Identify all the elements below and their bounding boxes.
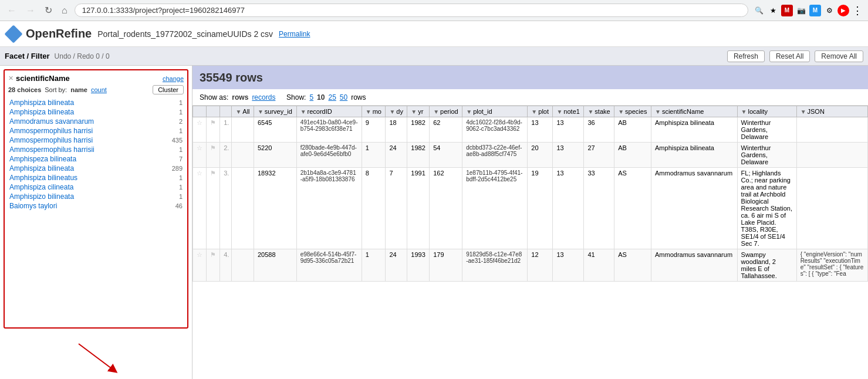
facet-item-name: Amphispiza bilineata [9, 164, 170, 172]
col-dropdown-icon[interactable]: ▼ [655, 109, 661, 115]
facet-list-item[interactable]: Ammospermophilus harrisi1 [8, 126, 184, 136]
back-button[interactable]: ← [5, 4, 19, 17]
species-cell: AS [614, 168, 651, 249]
table-row: ☆ ⚑ 1. 6545 491ec41b-0a80-4ce9-b754-2983… [193, 117, 868, 143]
facet-list-item[interactable]: Ammodramus savannarum2 [8, 117, 184, 126]
facet-list-item[interactable]: Ammospermophilus harrisi435 [8, 136, 184, 145]
col-header-species[interactable]: ▼species [614, 106, 651, 117]
record-id-cell: 2b1b4a8a-c3e9-4781-a5f9-18b081383876 [296, 168, 362, 249]
show-5[interactable]: 5 [309, 93, 313, 101]
col-dropdown-icon[interactable]: ▼ [741, 109, 747, 115]
all-cell [232, 249, 254, 282]
facet-change-link[interactable]: change [163, 75, 184, 82]
facet-list-item[interactable]: Amphispiza bilineatus1 [8, 173, 184, 182]
col-header-json[interactable]: ▼JSON [796, 106, 867, 117]
col-header-yr[interactable]: ▼yr [407, 106, 430, 117]
col-label: yr [418, 108, 423, 115]
forward-button[interactable]: → [23, 4, 38, 17]
facet-list-item[interactable]: Amphispiza bilineata289 [8, 164, 184, 173]
col-header-plot_id[interactable]: ▼plot_id [462, 106, 528, 117]
col-header-survey_id[interactable]: ▼survey_id [254, 106, 296, 117]
search-icon[interactable]: 🔍 [753, 5, 765, 16]
sort-by-name[interactable]: name [70, 86, 87, 93]
col-dropdown-icon[interactable]: ▼ [300, 109, 306, 115]
note1-cell: 13 [553, 143, 584, 168]
col-label: scientificName [662, 108, 704, 115]
home-button[interactable]: ⌂ [59, 4, 70, 17]
scientific-name-cell: Amphispiza bilineata [651, 117, 738, 143]
col-rownum [220, 106, 232, 117]
col-header-note1[interactable]: ▼note1 [553, 106, 584, 117]
col-dropdown-icon[interactable]: ▼ [235, 109, 241, 115]
star-cell[interactable]: ☆ [193, 117, 207, 143]
show-25[interactable]: 25 [328, 93, 336, 101]
show-50[interactable]: 50 [340, 93, 347, 101]
remove-all-button[interactable]: Remove All [815, 50, 863, 62]
col-dropdown-icon[interactable]: ▼ [389, 109, 395, 115]
col-header-dy[interactable]: ▼dy [386, 106, 407, 117]
col-header-recordid[interactable]: ▼recordID [296, 106, 362, 117]
reload-button[interactable]: ↻ [42, 4, 55, 17]
menu-icon[interactable]: ⋮ [852, 5, 863, 16]
flag-cell[interactable]: ⚑ [207, 117, 220, 143]
row-num-cell: 3. [220, 168, 232, 249]
col-dropdown-icon[interactable]: ▼ [433, 109, 439, 115]
sort-by-count[interactable]: count [91, 86, 107, 93]
facet-close-icon[interactable]: ✕ [8, 75, 13, 82]
col-header-period[interactable]: ▼period [430, 106, 462, 117]
bookmark-icon[interactable]: ★ [767, 5, 779, 16]
facet-list-item[interactable]: Baiomys taylori46 [8, 201, 184, 211]
col-dropdown-icon[interactable]: ▼ [258, 109, 264, 115]
facet-item-count: 1 [179, 99, 183, 106]
mo-cell: 9 [362, 117, 386, 143]
facet-list-item[interactable]: Amphispiza cilineata1 [8, 182, 184, 192]
flag-cell[interactable]: ⚑ [207, 168, 220, 249]
reset-all-button[interactable]: Reset All [769, 50, 810, 62]
ext2-icon[interactable]: 📷 [795, 5, 807, 16]
col-header-all[interactable]: ▼All [232, 106, 254, 117]
facet-list-item[interactable]: Amphispiza bilineata1 [8, 107, 184, 117]
ext1-icon[interactable]: M [781, 5, 793, 16]
col-dropdown-icon[interactable]: ▼ [466, 109, 472, 115]
ext3-icon[interactable]: M [809, 5, 821, 16]
openrefine-logo [4, 25, 22, 43]
col-label: stake [595, 108, 610, 115]
star-cell[interactable]: ☆ [193, 249, 207, 282]
col-header-locality[interactable]: ▼locality [737, 106, 796, 117]
undo-redo-label: Undo / Redo 0 / 0 [55, 52, 110, 60]
facet-item-name: Ammospermophilus harrisi [9, 136, 170, 144]
col-dropdown-icon[interactable]: ▼ [411, 109, 417, 115]
facet-list-item[interactable]: Amphispeza bilineata7 [8, 154, 184, 164]
flag-cell[interactable]: ⚑ [207, 249, 220, 282]
col-header-plot[interactable]: ▼plot [528, 106, 553, 117]
col-dropdown-icon[interactable]: ▼ [556, 109, 562, 115]
star-cell[interactable]: ☆ [193, 168, 207, 249]
col-dropdown-icon[interactable]: ▼ [531, 109, 537, 115]
show-records-link[interactable]: records [252, 93, 275, 101]
show-10[interactable]: 10 [317, 93, 325, 101]
col-header-mo[interactable]: ▼mo [362, 106, 386, 117]
cluster-button[interactable]: Cluster [153, 85, 184, 94]
show-rows-link[interactable]: rows [232, 93, 248, 101]
col-dropdown-icon[interactable]: ▼ [618, 109, 624, 115]
flag-cell[interactable]: ⚑ [207, 143, 220, 168]
facet-list-item[interactable]: Amphispizo bilineata1 [8, 192, 184, 201]
facet-item-count: 435 [172, 137, 183, 144]
ext4-icon[interactable]: ⚙ [823, 5, 835, 16]
ext5-icon[interactable]: ▶ [837, 5, 849, 16]
facet-item-count: 2 [179, 118, 183, 125]
facet-list-item[interactable]: Ammospermophilus harrisii1 [8, 145, 184, 154]
col-header-stake[interactable]: ▼stake [584, 106, 614, 117]
col-label: mo [373, 108, 381, 115]
col-header-scientificname[interactable]: ▼scientificName [651, 106, 738, 117]
col-dropdown-icon[interactable]: ▼ [587, 109, 593, 115]
col-dropdown-icon[interactable]: ▼ [366, 109, 371, 115]
period-cell: 179 [430, 249, 462, 282]
address-bar[interactable]: 127.0.0.1:3333/project?project=196028214… [75, 4, 748, 17]
col-dropdown-icon[interactable]: ▼ [801, 109, 806, 115]
facet-list-item[interactable]: Amphispiza bilineata1 [8, 98, 184, 107]
refresh-button[interactable]: Refresh [727, 50, 765, 62]
permalink[interactable]: Permalink [279, 30, 310, 38]
plot-id-cell: dcbbd373-c22e-46ef-ae8b-ad88f5cf7475 [462, 143, 528, 168]
star-cell[interactable]: ☆ [193, 143, 207, 168]
